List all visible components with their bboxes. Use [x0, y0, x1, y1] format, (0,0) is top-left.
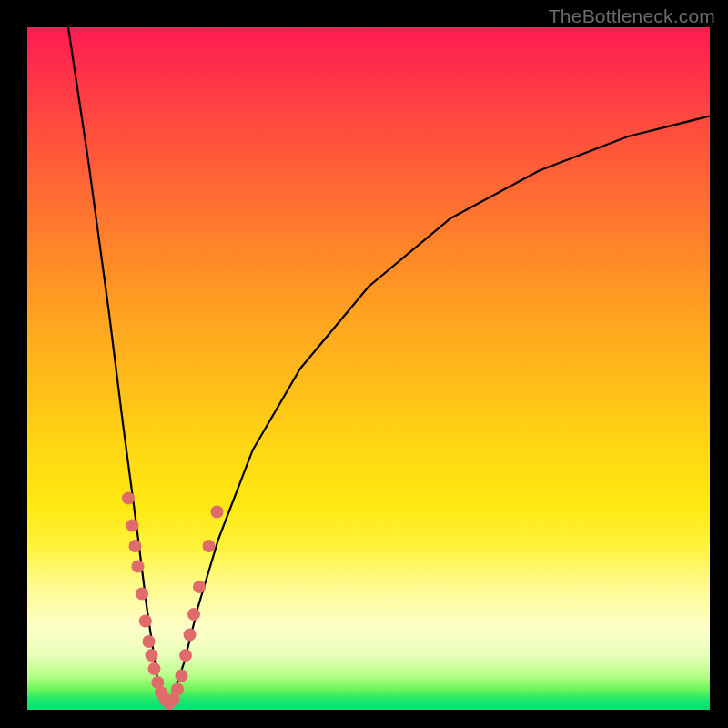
- highlight-dots: [122, 492, 224, 710]
- plot-area: [27, 27, 710, 710]
- chart-frame: TheBottleneck.com: [0, 0, 728, 728]
- bottleneck-curve-svg: [27, 27, 710, 710]
- watermark-text: TheBottleneck.com: [549, 5, 715, 27]
- highlight-dot: [176, 670, 188, 682]
- curve-group: [68, 27, 710, 703]
- highlight-dot: [179, 649, 192, 662]
- highlight-dot: [193, 581, 206, 593]
- highlight-dot: [146, 649, 158, 662]
- highlight-dot: [132, 561, 145, 573]
- highlight-dot: [136, 588, 148, 601]
- highlight-dot: [126, 520, 139, 532]
- bottleneck-curve: [68, 27, 710, 703]
- highlight-dot: [129, 540, 142, 552]
- highlight-dot: [148, 662, 161, 675]
- highlight-dot: [187, 608, 200, 621]
- highlight-dot: [171, 683, 184, 696]
- highlight-dot: [143, 635, 156, 648]
- highlight-dot: [122, 492, 135, 505]
- highlight-dot: [139, 615, 152, 628]
- highlight-dot: [203, 540, 216, 552]
- highlight-dot: [211, 506, 224, 519]
- highlight-dot: [184, 629, 197, 642]
